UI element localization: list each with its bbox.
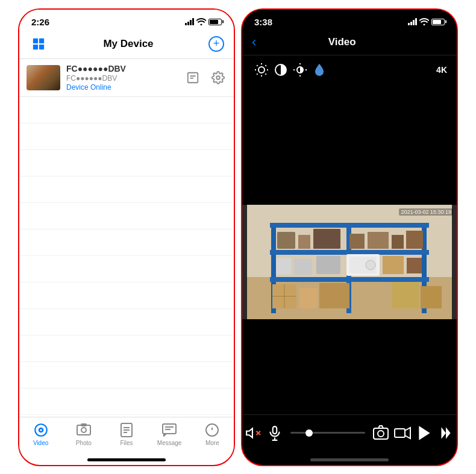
brightness-button[interactable]: [252, 60, 271, 80]
empty-rows: [19, 97, 234, 417]
page-title-right: Video: [328, 36, 356, 48]
battery-icon-left: [208, 19, 222, 25]
svg-rect-54: [406, 231, 423, 249]
svg-rect-3: [39, 44, 44, 49]
svg-marker-82: [441, 427, 446, 439]
page-title-left: My Device: [103, 38, 153, 50]
color-temp-button[interactable]: [310, 60, 329, 80]
svg-rect-47: [270, 277, 429, 282]
settings-button[interactable]: [210, 69, 227, 86]
play-button[interactable]: [413, 422, 435, 444]
video-black-bottom: [242, 319, 457, 414]
snapshot-button[interactable]: [370, 422, 392, 444]
video-black-top: [242, 84, 457, 205]
saturation-button[interactable]: [290, 60, 310, 80]
microphone-button[interactable]: [264, 422, 286, 444]
svg-rect-68: [421, 286, 442, 308]
svg-rect-62: [383, 256, 404, 274]
svg-rect-48: [277, 232, 295, 249]
svg-rect-49: [298, 235, 310, 249]
right-phone: 3:38 ‹ Video: [241, 8, 458, 466]
svg-rect-77: [374, 428, 388, 439]
device-actions: [184, 69, 227, 86]
svg-rect-57: [316, 256, 340, 274]
svg-rect-52: [368, 232, 389, 249]
signal-icon: [185, 18, 194, 25]
status-icons-left: [185, 18, 222, 25]
tab-photo[interactable]: Photo: [66, 422, 102, 446]
svg-rect-45: [270, 223, 429, 228]
svg-rect-67: [392, 282, 419, 308]
device-status: Device Online: [66, 83, 178, 92]
svg-marker-80: [405, 428, 410, 438]
badge-4k: 4K: [436, 65, 447, 75]
svg-point-7: [216, 76, 220, 80]
tab-files-label: Files: [120, 440, 133, 446]
tab-more[interactable]: More: [194, 422, 230, 446]
tab-photo-label: Photo: [76, 440, 92, 446]
signal-icon-right: [408, 18, 417, 25]
svg-point-24: [258, 67, 265, 73]
svg-rect-63: [407, 258, 422, 273]
svg-point-10: [40, 429, 42, 431]
time-left: 2:26: [31, 17, 49, 27]
svg-rect-11: [77, 425, 90, 435]
more-tab-icon: [204, 422, 220, 438]
device-list: FC●●●●●●DBV FC●●●●●●DBV Device Online: [19, 59, 234, 417]
video-controls-top: 4K: [242, 55, 457, 84]
svg-rect-0: [33, 38, 38, 43]
svg-marker-83: [446, 427, 451, 439]
contrast-button[interactable]: [271, 60, 290, 80]
tab-more-label: More: [205, 440, 219, 446]
status-icons-right: [408, 18, 445, 25]
grid-view-button[interactable]: [29, 34, 48, 54]
files-tab-icon: [119, 422, 134, 438]
add-device-button[interactable]: +: [208, 36, 224, 52]
header-left: My Device +: [19, 30, 234, 59]
svg-rect-74: [273, 426, 277, 434]
device-info: FC●●●●●●DBV FC●●●●●●DBV Device Online: [66, 64, 178, 92]
tab-message[interactable]: Message: [151, 422, 187, 446]
svg-marker-71: [246, 428, 252, 437]
battery-icon-right: [431, 19, 445, 25]
back-button[interactable]: ‹: [252, 34, 256, 50]
wifi-icon: [196, 18, 206, 25]
svg-point-12: [81, 428, 86, 432]
device-list-item[interactable]: FC●●●●●●DBV FC●●●●●●DBV Device Online: [19, 59, 234, 97]
device-thumbnail: [27, 65, 60, 90]
tab-bar-left: Video Photo: [19, 417, 234, 458]
device-id: FC●●●●●●DBV: [66, 74, 178, 83]
status-bar-left: 2:26: [19, 10, 234, 30]
home-indicator-left: [87, 458, 166, 461]
status-bar-right: 3:38: [242, 10, 457, 30]
svg-rect-46: [270, 250, 429, 255]
svg-rect-51: [349, 234, 365, 249]
text-button[interactable]: [184, 69, 201, 86]
header-right: ‹ Video: [242, 30, 457, 55]
message-tab-icon: [161, 422, 177, 438]
volume-slider[interactable]: [290, 432, 365, 434]
mute-button[interactable]: [242, 422, 264, 444]
svg-rect-53: [392, 235, 404, 249]
svg-rect-56: [294, 259, 312, 275]
video-timestamp: 2021-03-02 15:30:19: [399, 208, 453, 216]
svg-point-78: [378, 431, 384, 437]
svg-line-27: [257, 65, 257, 66]
record-button[interactable]: [392, 422, 413, 444]
tab-video[interactable]: Video: [23, 422, 59, 446]
svg-line-31: [257, 73, 257, 74]
svg-rect-1: [39, 38, 44, 43]
video-tab-icon: [33, 422, 49, 438]
svg-rect-65: [299, 288, 318, 308]
bottom-toolbar-right: [242, 414, 457, 458]
warehouse-scene: [242, 205, 457, 319]
forward-button[interactable]: [435, 422, 457, 444]
svg-rect-55: [276, 258, 291, 275]
svg-marker-81: [419, 427, 428, 439]
time-right: 3:38: [254, 17, 272, 27]
svg-line-28: [265, 73, 266, 74]
svg-point-60: [366, 260, 375, 270]
tab-files[interactable]: Files: [108, 422, 145, 446]
wifi-icon-right: [419, 18, 429, 25]
svg-rect-2: [33, 44, 38, 49]
